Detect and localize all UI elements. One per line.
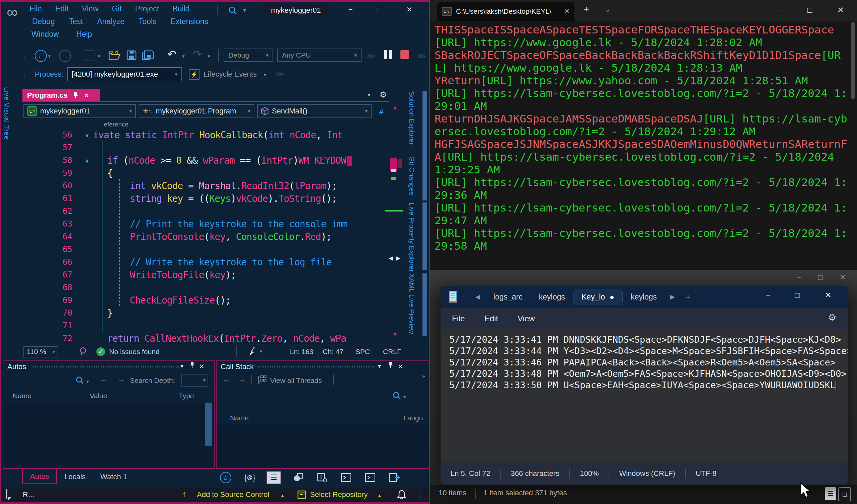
- details-view-icon[interactable]: ☰: [825, 487, 836, 500]
- tab-scroll-right-icon[interactable]: ▶: [665, 293, 680, 301]
- indent-mode-indicator[interactable]: SPC: [355, 348, 370, 356]
- toolbar-grip[interactable]: ⋮⋮: [21, 52, 36, 60]
- code-line-69[interactable]: 69CheckLogFileSize();: [22, 294, 389, 306]
- code-line-64[interactable]: 64PrintToConsole(key, ConsoleColor.Red);: [22, 230, 389, 243]
- tab-program-cs[interactable]: Program.cs ✕: [22, 89, 100, 101]
- callstack-back-arrow-icon[interactable]: ←: [223, 374, 231, 384]
- code-line-70[interactable]: 70}: [22, 306, 389, 319]
- autos-pin-icon[interactable]: [189, 362, 195, 368]
- explorer-maximize-button[interactable]: □: [818, 273, 823, 282]
- vs-maximize-button[interactable]: □: [372, 4, 388, 16]
- toolbar-overflow-2[interactable]: ⋙: [417, 52, 426, 60]
- redo-caret-icon[interactable]: ▾: [207, 53, 210, 59]
- code-line-67[interactable]: 67WriteToLogFile(key);: [22, 268, 389, 281]
- editor-options-gear-icon[interactable]: ⚙: [380, 90, 387, 99]
- notepad-maximize-button[interactable]: □: [795, 290, 800, 300]
- notepad-close-button[interactable]: ✕: [825, 290, 831, 300]
- zoom-level-dropdown[interactable]: 110 %▾: [23, 346, 58, 357]
- panel-tab-watch-1[interactable]: Watch 1: [93, 471, 135, 483]
- lifecycle-caret-icon[interactable]: ▾: [264, 72, 267, 78]
- callstack-col-language[interactable]: Langu: [403, 414, 423, 422]
- code-cleanup-broom-icon[interactable]: [248, 347, 258, 356]
- lifecycle-events-label[interactable]: Lifecycle Events: [203, 70, 257, 79]
- side-tab-live-property-explorer[interactable]: Live Property Explorer: [408, 202, 416, 272]
- process-dropdown[interactable]: [4200] mykeylogger01.exe▾: [67, 67, 182, 81]
- notepad-text-area[interactable]: 5/17/2024 3:33:41 PM DNNDSKKJFNDS<Space>…: [440, 329, 847, 463]
- code-line-57[interactable]: 57: [22, 141, 389, 154]
- new-project-button[interactable]: [84, 51, 95, 61]
- menu-test[interactable]: Test: [69, 17, 83, 26]
- sidebar-tab-live-visual-tree[interactable]: Live Visual Tree: [3, 87, 11, 140]
- terminal-tab[interactable]: C:\ C:\Users\laksh\Desktop\KEYL\ ✕: [437, 2, 574, 21]
- no-issues-check-icon[interactable]: ✓: [97, 347, 105, 356]
- codelens-references[interactable]: eference: [104, 121, 129, 128]
- bell-icon[interactable]: [397, 490, 406, 500]
- terminal-output[interactable]: THISSpaceISSpaceASpaceTESTSpaceFORSpaceT…: [435, 23, 847, 252]
- explorer-close-button[interactable]: ✕: [840, 273, 846, 282]
- menu-view[interactable]: View: [82, 4, 98, 13]
- view-all-threads-label[interactable]: View all Threads: [270, 376, 322, 385]
- autos-scrollbar-thumb[interactable]: [205, 403, 212, 446]
- pause-button[interactable]: [384, 50, 387, 59]
- menu-debug[interactable]: Debug: [32, 17, 55, 26]
- toolbar-grip[interactable]: ⋮⋮: [21, 70, 36, 78]
- new-tab-button[interactable]: +: [584, 4, 589, 14]
- callstack-forward-arrow-icon[interactable]: →: [238, 374, 246, 384]
- split-editor-icon[interactable]: ⧣: [374, 104, 388, 118]
- notepad-tab-Key_lo[interactable]: Key_lo●: [573, 289, 622, 305]
- search-icon[interactable]: [228, 6, 238, 16]
- side-tab-xaml-live-preview[interactable]: XAML Live Preview: [408, 273, 416, 334]
- notepad-tab-logs_arc[interactable]: logs_arc: [485, 289, 531, 305]
- menu-build[interactable]: Build: [172, 4, 189, 13]
- new-project-caret-icon[interactable]: ▾: [98, 53, 100, 59]
- menu-tools[interactable]: Tools: [139, 17, 157, 26]
- autos-search-caret-icon[interactable]: ▾: [86, 379, 89, 385]
- solution-configuration-dropdown[interactable]: Debug▾: [224, 49, 273, 62]
- menu-window[interactable]: Window: [32, 30, 59, 39]
- pin-icon[interactable]: [73, 92, 78, 99]
- code-line-58[interactable]: 58∨if (nCode >= 0 && wParam == (IntPtr)W…: [22, 154, 389, 167]
- call-stack-view-icon[interactable]: ☰: [267, 471, 281, 484]
- notepad-menu-file[interactable]: File: [452, 314, 465, 323]
- terminal-scrollbar-thumb[interactable]: [851, 22, 855, 99]
- scroll-right-icon[interactable]: ▶: [396, 255, 400, 262]
- add-to-source-control-button[interactable]: Add to Source Control: [197, 490, 269, 499]
- stop-debugging-button[interactable]: [400, 50, 409, 59]
- accessibility-icon[interactable]: ♙: [218, 471, 233, 484]
- feedback-icon[interactable]: [6, 489, 7, 499]
- toolbar-overflow[interactable]: ⋙: [366, 52, 376, 60]
- callstack-pin-icon[interactable]: [388, 362, 393, 368]
- panel-overflow-chevrons[interactable]: »: [422, 373, 425, 379]
- callstack-menu-caret-icon[interactable]: ▾: [378, 363, 381, 370]
- toolbar-overflow[interactable]: ⋙: [275, 70, 285, 78]
- save-button[interactable]: [127, 50, 137, 60]
- autos-col-name[interactable]: Name: [13, 392, 32, 400]
- lifecycle-events-icon[interactable]: ⚡: [189, 69, 200, 80]
- code-line-71[interactable]: 71: [22, 319, 389, 332]
- code-line-60[interactable]: 60int vkCode = Marshal.ReadInt32(lParam)…: [22, 179, 389, 192]
- open-folder-button[interactable]: [108, 51, 120, 61]
- notepad-tab-keylogs[interactable]: keylogs: [623, 289, 665, 305]
- close-tab-icon[interactable]: ✕: [84, 91, 89, 99]
- fold-chevron-icon[interactable]: ∨: [81, 131, 93, 139]
- view-all-threads-icon[interactable]: [257, 375, 267, 385]
- scrollbar-down-arrow-icon[interactable]: ▼: [392, 331, 398, 338]
- code-line-61[interactable]: 61string key = ((Keys)vkCode).ToString()…: [22, 192, 389, 205]
- vs-close-button[interactable]: ✕: [401, 4, 418, 16]
- source-control-caret-icon[interactable]: ▴: [281, 492, 284, 498]
- autos-body[interactable]: [4, 403, 213, 468]
- autos-search-icon[interactable]: [75, 376, 84, 385]
- autos-col-value[interactable]: Value: [90, 392, 107, 400]
- autos-menu-caret-icon[interactable]: ▾: [181, 363, 183, 370]
- callstack-search-caret-icon[interactable]: ▾: [403, 394, 406, 400]
- select-repository-button[interactable]: Select Repository: [310, 490, 368, 499]
- editor-scrollbar[interactable]: ▲ ◀ ▶ ▼: [389, 89, 403, 359]
- search-caret-icon[interactable]: ▾: [243, 6, 246, 14]
- menu-git[interactable]: Git: [112, 4, 121, 13]
- autos-back-arrow-icon[interactable]: ←: [100, 374, 108, 384]
- save-all-button[interactable]: [142, 50, 154, 60]
- member-dropdown[interactable]: SendMail() ▾: [257, 104, 372, 118]
- code-line-68[interactable]: 68: [22, 281, 389, 294]
- breakpoints-icon[interactable]: [290, 471, 305, 484]
- immediate-window-icon[interactable]: [363, 471, 377, 484]
